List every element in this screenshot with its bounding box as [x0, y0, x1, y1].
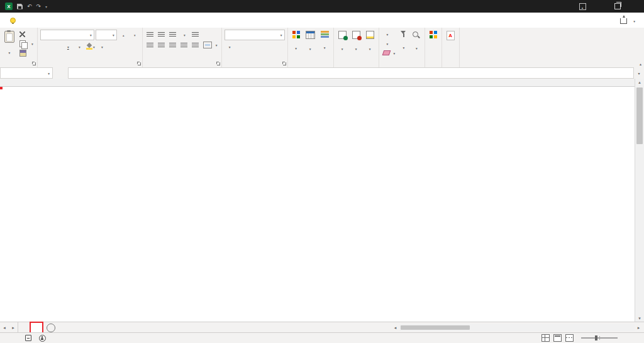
- hscroll-track[interactable]: [399, 324, 635, 331]
- sheet-tab-captable[interactable]: [30, 322, 43, 333]
- conditional-formatting-button[interactable]: [291, 30, 302, 53]
- orientation-button[interactable]: [179, 30, 189, 39]
- middle-align-button[interactable]: [157, 30, 167, 39]
- ribbon-display-options-icon: ▴: [579, 3, 586, 10]
- clear-icon: [382, 50, 391, 55]
- sort-filter-icon: [400, 31, 407, 38]
- percent-style-button[interactable]: [236, 42, 246, 51]
- fill-color-button[interactable]: [86, 42, 96, 51]
- vertical-scrollbar[interactable]: ▲ ▼: [635, 79, 644, 322]
- fill-button[interactable]: [382, 39, 397, 48]
- underline-button[interactable]: [63, 42, 73, 51]
- bold-button[interactable]: [40, 42, 50, 51]
- ribbon-group-number: [222, 28, 288, 67]
- align-right-button[interactable]: [168, 40, 178, 50]
- cut-button[interactable]: [18, 30, 35, 38]
- scroll-up-icon[interactable]: ▲: [635, 79, 644, 86]
- clipboard-dialog-launcher-icon[interactable]: [32, 62, 36, 66]
- find-select-button[interactable]: [411, 30, 422, 53]
- accessibility-status[interactable]: [36, 335, 51, 342]
- hscroll-left-icon[interactable]: ◂: [391, 325, 399, 330]
- merge-center-icon: [203, 42, 212, 48]
- decrease-indent-button[interactable]: [179, 40, 189, 50]
- sheet-nav-left-icon[interactable]: ◂: [0, 322, 9, 333]
- share-button[interactable]: [611, 13, 644, 28]
- clear-button[interactable]: [382, 48, 397, 57]
- paste-button[interactable]: [3, 30, 16, 58]
- align-left-button[interactable]: [145, 40, 155, 50]
- font-color-button[interactable]: [97, 42, 107, 51]
- vscroll-thumb[interactable]: [636, 87, 643, 144]
- accounting-format-button[interactable]: [225, 42, 235, 51]
- collapse-ribbon-icon[interactable]: ▴: [640, 62, 641, 66]
- add-ins-button[interactable]: [428, 30, 439, 41]
- copy-button[interactable]: [18, 39, 35, 48]
- autosum-button[interactable]: [382, 30, 397, 38]
- delete-cells-button[interactable]: [350, 30, 362, 54]
- alignment-dialog-launcher-icon[interactable]: [216, 62, 221, 66]
- number-dialog-launcher-icon[interactable]: [282, 62, 287, 66]
- format-painter-icon: [19, 50, 26, 57]
- undo-icon[interactable]: ↶: [27, 4, 32, 9]
- top-align-button[interactable]: [145, 30, 155, 39]
- align-right-icon: [169, 43, 176, 48]
- ribbon-group-addins: [425, 28, 442, 67]
- sheet-tab-captable-summary-report[interactable]: [18, 322, 30, 333]
- decrease-font-size-button[interactable]: ▾: [130, 30, 140, 40]
- adobe-group-label: [445, 60, 457, 67]
- save-icon[interactable]: [17, 4, 23, 9]
- qat-customize-icon[interactable]: ▾: [45, 4, 47, 9]
- font-name-select[interactable]: [40, 30, 94, 40]
- excel-app-icon: X: [5, 3, 13, 10]
- copy-icon: [19, 40, 26, 47]
- align-center-button[interactable]: [157, 40, 167, 50]
- borders-button[interactable]: [74, 42, 84, 51]
- increase-decimal-button[interactable]: [258, 42, 269, 51]
- redo-icon[interactable]: ↷: [36, 4, 42, 9]
- ribbon-group-cells: [334, 28, 379, 67]
- number-format-select[interactable]: [225, 30, 285, 40]
- wrap-text-button[interactable]: [191, 30, 202, 39]
- tell-me-box[interactable]: [10, 13, 19, 28]
- insert-cells-button[interactable]: [336, 30, 348, 54]
- minimize-button[interactable]: [591, 0, 609, 13]
- format-as-table-button[interactable]: [304, 30, 317, 54]
- font-size-select[interactable]: [96, 30, 117, 40]
- sort-filter-button[interactable]: [398, 30, 409, 53]
- italic-button[interactable]: [52, 42, 62, 51]
- page-break-view-icon[interactable]: [565, 334, 574, 342]
- hscroll-thumb[interactable]: [401, 325, 470, 330]
- ribbon-display-options-button[interactable]: ▴: [574, 0, 591, 13]
- macro-record-icon[interactable]: [25, 335, 31, 341]
- zoom-slider[interactable]: [581, 337, 618, 339]
- format-cells-icon: [366, 31, 374, 39]
- annotation-table-highlight: [0, 87, 3, 89]
- format-painter-button[interactable]: [18, 48, 35, 57]
- horizontal-scrollbar[interactable]: ◂ ▸: [391, 322, 644, 333]
- comma-style-button[interactable]: [247, 42, 257, 51]
- font-dialog-launcher-icon[interactable]: [137, 62, 142, 66]
- hscroll-right-icon[interactable]: ▸: [635, 325, 643, 330]
- restore-button[interactable]: [609, 0, 626, 13]
- name-box[interactable]: [0, 67, 53, 79]
- page-layout-view-icon[interactable]: [553, 334, 562, 342]
- cell-styles-icon: [321, 31, 329, 38]
- merge-center-button[interactable]: [202, 41, 219, 50]
- cut-icon: [19, 31, 25, 37]
- styles-group-label: [291, 60, 331, 67]
- decrease-decimal-button[interactable]: [270, 42, 280, 51]
- bottom-align-button[interactable]: [168, 30, 178, 39]
- close-button[interactable]: [626, 0, 644, 13]
- increase-font-size-button[interactable]: ▴: [118, 30, 128, 40]
- create-pdf-button[interactable]: [445, 30, 457, 43]
- accessibility-icon: [39, 335, 46, 342]
- normal-view-icon[interactable]: [541, 334, 550, 342]
- format-cells-button[interactable]: [364, 30, 376, 54]
- increase-indent-button[interactable]: [191, 40, 201, 50]
- new-sheet-button[interactable]: [47, 323, 55, 332]
- formula-input[interactable]: [69, 67, 633, 79]
- sheet-nav-right-icon[interactable]: ▸: [9, 322, 18, 333]
- formula-bar-expand-icon[interactable]: ▾: [633, 67, 644, 79]
- zoom-slider-thumb[interactable]: [595, 335, 597, 340]
- cell-styles-button[interactable]: [319, 30, 331, 53]
